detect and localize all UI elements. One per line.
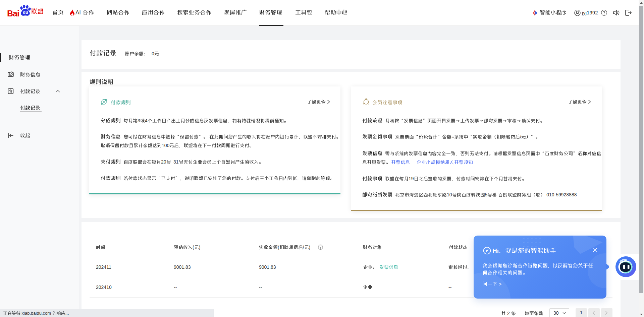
svg-text:du: du <box>23 10 28 15</box>
